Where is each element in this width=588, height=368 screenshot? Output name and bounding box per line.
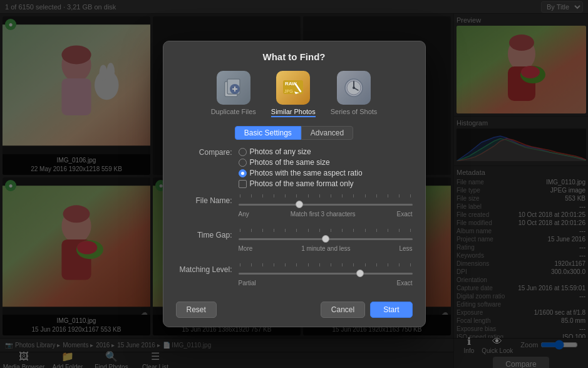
settings-tab-basic[interactable]: Basic Settings — [235, 126, 301, 140]
file-name-slider-row: Any Match first 3 characters Exact — [239, 194, 413, 218]
time-gap-row: Time Gap: — [176, 229, 413, 258]
radio-any-size[interactable]: Photos of any size — [239, 147, 363, 156]
ml-right: Exact — [396, 280, 412, 287]
matching-level-row: Matching Level: — [176, 263, 413, 293]
svg-point-49 — [353, 87, 355, 89]
time-gap-ticks — [239, 229, 413, 232]
time-gap-label: Time Gap: — [176, 229, 239, 239]
checkbox-same-format[interactable]: Photos of the same format only — [239, 179, 363, 188]
matching-level-label: Matching Level: — [176, 263, 239, 274]
file-name-ticks — [239, 194, 413, 197]
tg-right: Less — [399, 245, 412, 252]
tab-dup-label: Duplicate Files — [211, 108, 256, 115]
series-of-shots-icon — [337, 71, 371, 105]
settings-tabs: Basic Settings Advanced — [176, 126, 413, 140]
radio-dot-same-size — [239, 159, 247, 167]
similar-photos-icon: RAW JPG — [276, 71, 310, 105]
modal-dialog: What to Find? Duplicate Files — [163, 41, 426, 327]
time-gap-slider-wrap: More 1 minute and less Less — [239, 229, 413, 258]
fn-left: Any — [239, 211, 249, 218]
fn-right: Exact — [396, 211, 412, 218]
modal-content: Compare: Photos of any size Photos of th… — [176, 147, 413, 293]
modal-footer: Reset Cancel Start — [176, 302, 413, 318]
modal-title: What to Find? — [176, 51, 413, 62]
file-name-track-wrap — [239, 199, 413, 210]
ml-left: Partial — [239, 280, 256, 287]
time-gap-track — [239, 238, 413, 240]
radio-same-size[interactable]: Photos of the same size — [239, 158, 363, 167]
tab-duplicate-files[interactable]: Duplicate Files — [211, 71, 256, 117]
matching-level-slider-wrap: Partial Exact — [239, 263, 413, 293]
compare-label: Compare: — [176, 147, 239, 157]
modal-tabs: Duplicate Files RAW JPG Similar Photos — [176, 71, 413, 117]
tab-ser-label: Series of Shots — [331, 108, 378, 115]
file-name-label: File Name: — [176, 194, 239, 205]
radio-label-same-aspect: Photos with the same aspect ratio — [250, 169, 363, 177]
matching-track — [239, 273, 413, 275]
tab-series-of-shots[interactable]: Series of Shots — [331, 71, 378, 117]
checkbox-dot-same-format — [239, 180, 247, 188]
time-gap-thumb[interactable] — [322, 235, 329, 243]
tab-sim-label: Similar Photos — [271, 108, 316, 117]
radio-label-same-size: Photos of the same size — [250, 158, 330, 167]
radio-same-aspect[interactable]: Photos with the same aspect ratio — [239, 169, 363, 177]
file-name-labels: Any Match first 3 characters Exact — [239, 211, 413, 218]
time-gap-track-wrap — [239, 233, 413, 244]
matching-ticks — [239, 263, 413, 266]
reset-button[interactable]: Reset — [176, 302, 217, 318]
compare-options: Photos of any size Photos of the same si… — [239, 147, 363, 188]
svg-text:JPG: JPG — [284, 89, 293, 93]
compare-row: Compare: Photos of any size Photos of th… — [176, 147, 413, 188]
duplicate-files-icon — [217, 71, 250, 105]
tab-similar-photos[interactable]: RAW JPG Similar Photos — [271, 71, 316, 117]
settings-tab-advanced[interactable]: Advanced — [301, 126, 353, 140]
modal-overlay: What to Find? Duplicate Files — [0, 0, 588, 368]
file-name-row: File Name: — [176, 194, 413, 224]
radio-label-any-size: Photos of any size — [250, 147, 311, 156]
matching-track-wrap — [239, 268, 413, 279]
tg-mid: 1 minute and less — [301, 245, 350, 252]
matching-thumb[interactable] — [356, 270, 364, 277]
matching-slider-row: Partial Exact — [239, 263, 413, 287]
cancel-button[interactable]: Cancel — [321, 302, 365, 318]
fn-mid: Match first 3 characters — [291, 211, 356, 218]
radio-dot-same-aspect — [239, 169, 247, 177]
file-name-slider-wrap: Any Match first 3 characters Exact — [239, 194, 413, 224]
matching-labels: Partial Exact — [239, 280, 413, 287]
footer-right: Cancel Start — [321, 302, 413, 318]
file-name-track — [239, 204, 413, 206]
file-name-thumb[interactable] — [296, 201, 303, 208]
radio-dot-any-size — [239, 148, 247, 156]
time-gap-slider-row: More 1 minute and less Less — [239, 229, 413, 252]
checkbox-label-same-format: Photos of the same format only — [250, 179, 354, 188]
start-button[interactable]: Start — [370, 302, 412, 318]
tg-left: More — [239, 245, 253, 252]
time-gap-labels: More 1 minute and less Less — [239, 245, 413, 252]
